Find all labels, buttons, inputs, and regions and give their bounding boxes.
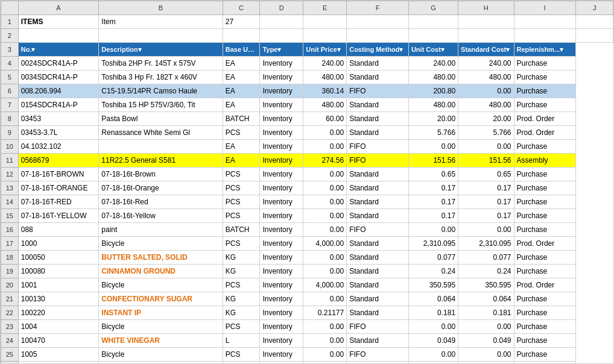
row-number: 13 bbox=[1, 181, 19, 195]
col-header-j: J bbox=[576, 1, 613, 15]
cell-r6-c3: Inventory bbox=[260, 84, 303, 98]
cell-r23-c8: Purchase bbox=[514, 320, 576, 334]
cell-r10-c0: 04.1032.102 bbox=[18, 140, 99, 154]
cell-r6-c7: 0.00 bbox=[458, 84, 514, 98]
cell-r21-c5: Standard bbox=[347, 292, 409, 306]
cell-r3-c6[interactable]: Unit Cost▾ bbox=[408, 43, 458, 57]
table-row: 19100080CINNAMON GROUNDKGInventory0.00St… bbox=[1, 265, 613, 278]
cell-r8-c4: 60.00 bbox=[303, 112, 347, 126]
cell-r3-c5[interactable]: Costing Method▾ bbox=[347, 43, 409, 57]
cell-r21-c3: Inventory bbox=[260, 292, 303, 306]
cell-r3-c1[interactable]: Description▾ bbox=[99, 43, 223, 57]
cell-r25-c3: Inventory bbox=[260, 348, 303, 362]
cell-r5-c3: Inventory bbox=[260, 71, 303, 84]
cell-r11-c3: Inventory bbox=[260, 154, 303, 168]
filter-dropdown-icon[interactable]: ▾ bbox=[138, 46, 142, 53]
cell-r13-c7: 0.17 bbox=[458, 181, 514, 195]
cell-r15-c2: PCS bbox=[223, 209, 260, 223]
cell-r2-c2 bbox=[223, 29, 260, 43]
cell-r11-c1: 11R22.5 General S581 bbox=[99, 154, 223, 168]
cell-r1-c8 bbox=[514, 15, 576, 29]
cell-r6-c0: 008.206.994 bbox=[18, 84, 99, 98]
cell-r4-c4: 240.00 bbox=[303, 57, 347, 71]
filter-dropdown-icon[interactable]: ▾ bbox=[337, 46, 341, 53]
cell-r24-c3: Inventory bbox=[260, 334, 303, 348]
cell-r13-c6: 0.17 bbox=[408, 181, 458, 195]
cell-r11-c4: 274.56 bbox=[303, 154, 347, 168]
cell-r3-c7[interactable]: Standard Cost▾ bbox=[458, 43, 514, 57]
corner-cell bbox=[1, 1, 19, 15]
cell-r2-c0 bbox=[18, 29, 99, 43]
cell-r20-c0: 1001 bbox=[18, 278, 99, 292]
row-number: 15 bbox=[1, 209, 19, 223]
header-cell-label: Standard Cost bbox=[461, 46, 506, 53]
cell-r6-c1: C15-19.5/14PR Camso Haule bbox=[99, 84, 223, 98]
cell-r19-c8: Purchase bbox=[514, 265, 576, 278]
row-number: 16 bbox=[1, 223, 19, 237]
cell-r25-c6: 0.00 bbox=[408, 348, 458, 362]
cell-r14-c8: Purchase bbox=[514, 195, 576, 209]
cell-r18-c1: BUTTER SALTED, SOLID bbox=[99, 251, 223, 265]
cell-r7-c1: Toshiba 15 HP 575V/3/60, Tit bbox=[99, 98, 223, 112]
cell-r19-c7: 0.24 bbox=[458, 265, 514, 278]
cell-r8-c2: BATCH bbox=[223, 112, 260, 126]
cell-r3-c0[interactable]: No.▾ bbox=[18, 43, 99, 57]
cell-r26-c0: 100510 bbox=[18, 362, 99, 365]
cell-r21-c0: 100130 bbox=[18, 292, 99, 306]
filter-dropdown-icon[interactable]: ▾ bbox=[31, 46, 35, 53]
cell-r12-c8: Purchase bbox=[514, 168, 576, 181]
filter-dropdown-icon[interactable]: ▾ bbox=[560, 46, 563, 53]
cell-r6-c2: EA bbox=[223, 84, 260, 98]
cell-r4-c2: EA bbox=[223, 57, 260, 71]
cell-r3-c4[interactable]: Unit Price▾ bbox=[303, 43, 347, 57]
cell-r14-c0: 07-18-16T-RED bbox=[18, 195, 99, 209]
cell-r23-c6: 0.00 bbox=[408, 320, 458, 334]
filter-dropdown-icon[interactable]: ▾ bbox=[256, 46, 260, 53]
cell-r3-c2[interactable]: Base Unit▾ bbox=[223, 43, 260, 57]
cell-r14-c5: Standard bbox=[347, 195, 409, 209]
cell-r17-c4: 4,000.00 bbox=[303, 237, 347, 251]
table-row: 6008.206.994C15-19.5/14PR Camso HauleEAI… bbox=[1, 84, 613, 98]
cell-r25-c4: 0.00 bbox=[303, 348, 347, 362]
cell-r9-c2: PCS bbox=[223, 126, 260, 140]
cell-r20-c4: 4,000.00 bbox=[303, 278, 347, 292]
cell-r16-c3: Inventory bbox=[260, 223, 303, 237]
cell-r24-c5: Standard bbox=[347, 334, 409, 348]
col-header-g: G bbox=[408, 1, 458, 15]
cell-r4-c8: Purchase bbox=[514, 57, 576, 71]
cell-r1-c1: Item bbox=[99, 15, 223, 29]
cell-r11-c2: EA bbox=[223, 154, 260, 168]
filter-dropdown-icon[interactable]: ▾ bbox=[506, 46, 510, 53]
cell-r15-c1: 07-18-16t-Yellow bbox=[99, 209, 223, 223]
cell-r9-c5: Standard bbox=[347, 126, 409, 140]
cell-r17-c3: Inventory bbox=[260, 237, 303, 251]
filter-dropdown-icon[interactable]: ▾ bbox=[399, 46, 403, 53]
cell-r22-c2: KG bbox=[223, 306, 260, 320]
cell-r7-c5: Standard bbox=[347, 98, 409, 112]
cell-r26-c3: Inventory bbox=[260, 362, 303, 365]
row-number: 1 bbox=[1, 15, 19, 29]
cell-r3-c3[interactable]: Type▾ bbox=[260, 43, 303, 57]
cell-r12-c7: 0.65 bbox=[458, 168, 514, 181]
cell-r23-c3: Inventory bbox=[260, 320, 303, 334]
cell-r6-c5: FIFO bbox=[347, 84, 409, 98]
cell-r8-c1: Pasta Bowl bbox=[99, 112, 223, 126]
cell-r24-c0: 100470 bbox=[18, 334, 99, 348]
header-cell-label: No. bbox=[21, 46, 32, 53]
header-cell-label: Base Unit bbox=[226, 46, 256, 53]
cell-r3-c8[interactable]: Replenishm...▾ bbox=[514, 43, 576, 57]
filter-dropdown-icon[interactable]: ▾ bbox=[277, 46, 281, 53]
header-cell-label: Costing Method bbox=[349, 46, 399, 53]
header-cell-label: Description bbox=[101, 46, 138, 53]
row-number: 24 bbox=[1, 334, 19, 348]
cell-r11-c5: FIFO bbox=[347, 154, 409, 168]
filter-dropdown-icon[interactable]: ▾ bbox=[441, 46, 445, 53]
cell-r26-c7: 0.005 bbox=[458, 362, 514, 365]
cell-r7-c3: Inventory bbox=[260, 98, 303, 112]
cell-r20-c5: Standard bbox=[347, 278, 409, 292]
cell-r14-c4: 0.00 bbox=[303, 195, 347, 209]
cell-r15-c0: 07-18-16T-YELLOW bbox=[18, 209, 99, 223]
cell-r10-c2: EA bbox=[223, 140, 260, 154]
cell-r12-c6: 0.65 bbox=[408, 168, 458, 181]
table-row: 16088paintBATCHInventory0.00FIFO0.000.00… bbox=[1, 223, 613, 237]
